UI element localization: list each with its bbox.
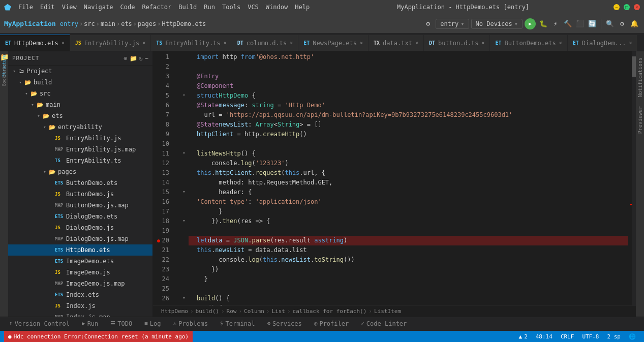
tree-item[interactable]: ETSHttpDemo.ets: [8, 244, 152, 256]
sidebar-action-icon3[interactable]: ↻: [139, 55, 143, 62]
device-selector[interactable]: No Devices▾: [471, 19, 523, 29]
menu-item-help[interactable]: Help: [292, 3, 313, 12]
fold-arrow-icon[interactable]: ▾: [182, 189, 185, 194]
cursor-position[interactable]: 48:14: [532, 331, 557, 342]
breadcrumb-item[interactable]: HttpDemo: [161, 308, 188, 315]
entry-selector[interactable]: entry▾: [436, 19, 469, 29]
fold-arrow-icon[interactable]: ▾: [182, 295, 185, 300]
minimap-scrollbar[interactable]: [632, 51, 636, 305]
tab-close-button[interactable]: ×: [290, 40, 293, 46]
search-icon[interactable]: 🔍: [604, 18, 616, 29]
tab-close-button[interactable]: ×: [629, 40, 632, 46]
tab-close-button[interactable]: ×: [142, 40, 145, 46]
minimize-button[interactable]: −: [614, 4, 620, 10]
tree-item[interactable]: ▾🗂Project: [8, 66, 152, 77]
sidebar-action-icon2[interactable]: 📁: [130, 55, 137, 62]
bottom-tab-run[interactable]: ▶Run: [77, 317, 103, 331]
tree-item[interactable]: MAPButtonDemo.js.map: [8, 200, 152, 211]
tree-item[interactable]: MAPIndex.js.map: [8, 312, 152, 317]
tree-item[interactable]: MAPDialogDemo.js.map: [8, 233, 152, 244]
tab-close-button[interactable]: ×: [62, 40, 65, 46]
profile-button[interactable]: ⚡: [550, 18, 561, 29]
tab-column_d_ts[interactable]: DTcolumn.d.ts×: [232, 35, 299, 51]
tree-item[interactable]: MAPEntryAbility.js.map: [8, 144, 152, 155]
tab-data_txt[interactable]: TXdata.txt×: [369, 35, 424, 51]
bottom-tab-services[interactable]: ⚙Services: [262, 317, 306, 331]
tree-item[interactable]: ETSButtonDemo.ets: [8, 177, 152, 189]
tree-item[interactable]: ▾📂src: [8, 88, 152, 99]
tab-close-button[interactable]: ×: [224, 40, 227, 46]
notifications-panel-tab[interactable]: Notifications: [636, 53, 644, 101]
tab-close-button[interactable]: ×: [360, 40, 363, 46]
tab-newspage_ets[interactable]: ETNewsPage.ets×: [298, 35, 369, 51]
code-editor[interactable]: import http from '@ohos.net.http'@Entry@…: [189, 51, 628, 305]
menu-item-window[interactable]: Window: [263, 3, 291, 12]
bottom-tab-problems[interactable]: ⚠Problems: [168, 317, 213, 331]
tree-item[interactable]: ▾📂entryability: [8, 121, 152, 133]
encoding[interactable]: UTF-8: [578, 331, 603, 342]
tree-item[interactable]: ETSIndex.ets: [8, 289, 152, 300]
tree-item[interactable]: ▾📂build: [8, 77, 152, 88]
bc-main[interactable]: main: [101, 20, 115, 27]
bottom-tab-profiler[interactable]: ◎Profiler: [309, 317, 354, 331]
tree-item[interactable]: JSImageDemo.js: [8, 267, 152, 278]
run-button[interactable]: ▶: [525, 18, 536, 29]
maximize-button[interactable]: □: [624, 4, 630, 10]
menu-item-view[interactable]: View: [59, 3, 80, 12]
tree-item[interactable]: ▾📂ets: [8, 110, 152, 121]
line-ending[interactable]: CRLF: [557, 331, 578, 342]
menu-item-edit[interactable]: Edit: [37, 3, 58, 12]
bc-src[interactable]: src: [84, 20, 95, 27]
status-error-indicator[interactable]: ● Hdc connection Error:Connection reset …: [4, 331, 193, 342]
fold-arrow-icon[interactable]: ▾: [182, 305, 185, 306]
bottom-tab-version-control[interactable]: ⬆Version Control: [4, 317, 75, 331]
menu-item-run[interactable]: Run: [201, 3, 218, 12]
tab-entryability_js[interactable]: JSEntryAbility.js×: [70, 35, 151, 51]
breadcrumb-item[interactable]: callback for forEach(): [293, 308, 367, 315]
fold-arrow-icon[interactable]: ▾: [182, 218, 185, 223]
scroll-thumb[interactable]: [632, 56, 636, 77]
menu-item-file[interactable]: File: [15, 3, 36, 12]
stop-button[interactable]: ⬛: [574, 18, 586, 29]
breadcrumb-item[interactable]: Row: [227, 308, 237, 315]
tree-item[interactable]: ETSImageDemo.ets: [8, 256, 152, 267]
close-button[interactable]: ×: [634, 4, 640, 10]
bottom-tab-todo[interactable]: ☰TODO: [105, 317, 137, 331]
settings2-icon[interactable]: ⚙: [617, 18, 628, 29]
tab-close-button[interactable]: ×: [415, 40, 418, 46]
debug-button[interactable]: 🐛: [538, 18, 549, 29]
menu-item-build[interactable]: Build: [175, 3, 200, 12]
sidebar-action-icon4[interactable]: ⋯: [145, 55, 148, 62]
bc-ets[interactable]: ets: [121, 20, 132, 27]
bottom-tab-terminal[interactable]: $Terminal: [215, 317, 260, 331]
notifications-icon[interactable]: 🔔: [629, 18, 640, 29]
settings-icon[interactable]: ⚙: [422, 18, 434, 29]
tab-httpdemo_ets[interactable]: ETHttpDemo.ets×: [0, 35, 70, 51]
previewer-panel-tab[interactable]: Previewer: [636, 102, 644, 138]
tab-close-button[interactable]: ×: [481, 40, 484, 46]
breadcrumb-item[interactable]: Column: [244, 308, 264, 315]
tree-item[interactable]: JSEntryAbility.js: [8, 133, 152, 144]
bottom-tab-log[interactable]: ≡Log: [139, 317, 166, 331]
translate-btn[interactable]: 🌐: [629, 333, 636, 340]
tree-item[interactable]: JSIndex.js: [8, 300, 152, 312]
tree-item[interactable]: ▾📂pages: [8, 166, 152, 177]
bc-pages[interactable]: pages: [138, 20, 156, 27]
bottom-tab-code-linter[interactable]: ✓Code Linter: [356, 317, 412, 331]
fold-arrow-icon[interactable]: ▾: [182, 150, 185, 156]
menu-item-code[interactable]: Code: [117, 3, 138, 12]
breadcrumb-item[interactable]: List: [271, 308, 285, 315]
fold-arrow-icon[interactable]: ▾: [182, 92, 185, 98]
right-scrollbar[interactable]: [628, 51, 636, 305]
tree-item[interactable]: JSButtonDemo.js: [8, 189, 152, 200]
tree-item[interactable]: MAPImageDemo.js.map: [8, 278, 152, 289]
activity-bookmarks[interactable]: Bookmarks: [1, 71, 8, 79]
tab-dialogdem___[interactable]: ETDialogDem...×: [568, 35, 638, 51]
breadcrumb-item[interactable]: build(): [196, 308, 219, 315]
build-button[interactable]: 🔨: [562, 18, 573, 29]
tree-item[interactable]: JSDialogDemo.js: [8, 222, 152, 233]
bc-file[interactable]: HttpDemo.ets: [162, 20, 206, 27]
menu-item-tools[interactable]: Tools: [219, 3, 243, 12]
tree-item[interactable]: ▾📂main: [8, 99, 152, 110]
notifications-status[interactable]: ▲ 2: [515, 331, 532, 342]
